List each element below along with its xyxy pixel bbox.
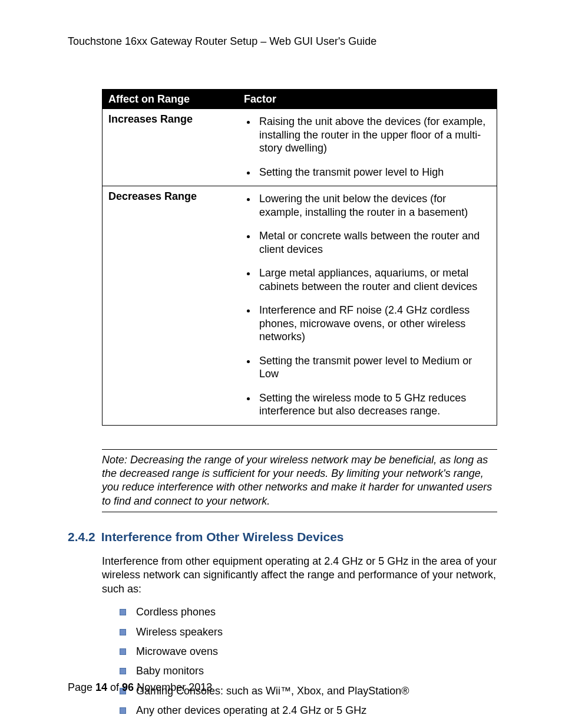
page-header: Touchstone 16xx Gateway Router Setup – W… — [68, 35, 497, 48]
col-header-affect: Affect on Range — [103, 90, 239, 110]
footer-total: 96 — [122, 681, 134, 693]
section-number: 2.4.2 — [68, 530, 95, 543]
factor-item: Interference and RF noise (2.4 GHz cordl… — [257, 304, 491, 344]
row-label-decreases: Decreases Range — [103, 186, 239, 426]
intro-paragraph: Interference from other equipment operat… — [102, 555, 497, 596]
footer-of-label: of — [107, 681, 122, 693]
section-heading: 2.4.2Interference from Other Wireless De… — [68, 530, 497, 544]
factor-item: Large metal appliances, aquariums, or me… — [257, 266, 491, 293]
factor-item: Setting the transmit power level to High — [257, 166, 491, 179]
range-factors-table: Affect on Range Factor Increases Range R… — [102, 89, 497, 426]
row-factors-decreases: Lowering the unit below the devices (for… — [238, 186, 497, 426]
list-item: Cordless phones — [120, 605, 497, 619]
content-area: Affect on Range Factor Increases Range R… — [102, 89, 497, 728]
page-footer: Page 14 of 96 November 2013 — [68, 681, 212, 694]
interference-list: Cordless phones Wireless speakers Microw… — [120, 605, 497, 717]
list-item: Any other devices operating at 2.4 GHz o… — [120, 704, 497, 717]
footer-page-num: 14 — [95, 681, 107, 693]
row-factors-increases: Raising the unit above the devices (for … — [238, 109, 497, 186]
document-page: Touchstone 16xx Gateway Router Setup – W… — [0, 0, 562, 728]
factor-item: Raising the unit above the devices (for … — [257, 115, 491, 155]
note-range: Note: Decreasing the range of your wirel… — [102, 449, 497, 513]
list-item: Microwave ovens — [120, 645, 497, 658]
list-item: Baby monitors — [120, 664, 497, 678]
factor-item: Setting the wireless mode to 5 GHz reduc… — [257, 391, 491, 418]
row-label-increases: Increases Range — [103, 109, 239, 186]
section-title: Interference from Other Wireless Devices — [101, 530, 344, 543]
list-item: Wireless speakers — [120, 625, 497, 639]
col-header-factor: Factor — [238, 90, 497, 110]
table-row: Increases Range Raising the unit above t… — [103, 109, 497, 186]
table-row: Decreases Range Lowering the unit below … — [103, 186, 497, 426]
factor-item: Lowering the unit below the devices (for… — [257, 192, 491, 219]
factor-item: Setting the transmit power level to Medi… — [257, 354, 491, 381]
table-header-row: Affect on Range Factor — [103, 90, 497, 110]
footer-date: November 2013 — [134, 681, 212, 693]
footer-page-label: Page — [68, 681, 95, 693]
factor-item: Metal or concrete walls between the rout… — [257, 229, 491, 256]
